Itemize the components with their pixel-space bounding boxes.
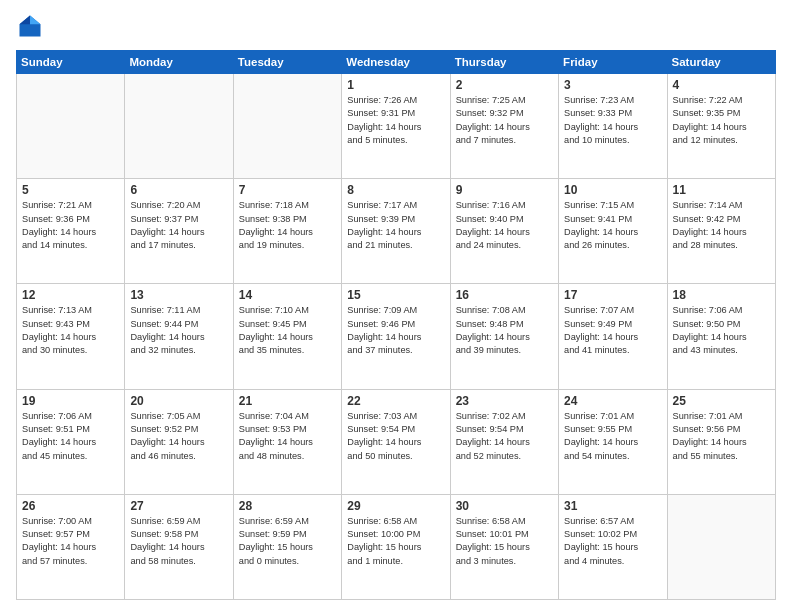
day-number: 3 (564, 78, 661, 92)
calendar-cell: 8Sunrise: 7:17 AM Sunset: 9:39 PM Daylig… (342, 179, 450, 284)
calendar-cell: 12Sunrise: 7:13 AM Sunset: 9:43 PM Dayli… (17, 284, 125, 389)
day-number: 18 (673, 288, 770, 302)
calendar-cell: 28Sunrise: 6:59 AM Sunset: 9:59 PM Dayli… (233, 494, 341, 599)
day-number: 15 (347, 288, 444, 302)
calendar: SundayMondayTuesdayWednesdayThursdayFrid… (16, 50, 776, 600)
calendar-cell (17, 74, 125, 179)
calendar-cell: 14Sunrise: 7:10 AM Sunset: 9:45 PM Dayli… (233, 284, 341, 389)
day-info: Sunrise: 6:59 AM Sunset: 9:59 PM Dayligh… (239, 515, 336, 568)
calendar-cell: 13Sunrise: 7:11 AM Sunset: 9:44 PM Dayli… (125, 284, 233, 389)
day-number: 9 (456, 183, 553, 197)
calendar-cell: 29Sunrise: 6:58 AM Sunset: 10:00 PM Dayl… (342, 494, 450, 599)
day-number: 30 (456, 499, 553, 513)
day-info: Sunrise: 7:11 AM Sunset: 9:44 PM Dayligh… (130, 304, 227, 357)
weekday-header-tuesday: Tuesday (233, 51, 341, 74)
calendar-cell (667, 494, 775, 599)
weekday-header-thursday: Thursday (450, 51, 558, 74)
day-number: 16 (456, 288, 553, 302)
calendar-cell: 31Sunrise: 6:57 AM Sunset: 10:02 PM Dayl… (559, 494, 667, 599)
day-number: 22 (347, 394, 444, 408)
day-info: Sunrise: 6:58 AM Sunset: 10:01 PM Daylig… (456, 515, 553, 568)
day-number: 4 (673, 78, 770, 92)
calendar-cell (125, 74, 233, 179)
day-info: Sunrise: 7:23 AM Sunset: 9:33 PM Dayligh… (564, 94, 661, 147)
weekday-header-friday: Friday (559, 51, 667, 74)
day-number: 24 (564, 394, 661, 408)
svg-marker-1 (30, 16, 41, 25)
day-number: 17 (564, 288, 661, 302)
day-number: 29 (347, 499, 444, 513)
day-info: Sunrise: 7:21 AM Sunset: 9:36 PM Dayligh… (22, 199, 119, 252)
day-number: 26 (22, 499, 119, 513)
day-info: Sunrise: 6:59 AM Sunset: 9:58 PM Dayligh… (130, 515, 227, 568)
day-info: Sunrise: 7:06 AM Sunset: 9:51 PM Dayligh… (22, 410, 119, 463)
calendar-week-4: 19Sunrise: 7:06 AM Sunset: 9:51 PM Dayli… (17, 389, 776, 494)
weekday-header-saturday: Saturday (667, 51, 775, 74)
day-info: Sunrise: 7:01 AM Sunset: 9:56 PM Dayligh… (673, 410, 770, 463)
day-info: Sunrise: 7:10 AM Sunset: 9:45 PM Dayligh… (239, 304, 336, 357)
calendar-body: 1Sunrise: 7:26 AM Sunset: 9:31 PM Daylig… (17, 74, 776, 600)
calendar-cell: 19Sunrise: 7:06 AM Sunset: 9:51 PM Dayli… (17, 389, 125, 494)
day-number: 7 (239, 183, 336, 197)
day-info: Sunrise: 7:16 AM Sunset: 9:40 PM Dayligh… (456, 199, 553, 252)
day-info: Sunrise: 7:07 AM Sunset: 9:49 PM Dayligh… (564, 304, 661, 357)
day-number: 14 (239, 288, 336, 302)
day-number: 28 (239, 499, 336, 513)
day-number: 10 (564, 183, 661, 197)
day-number: 25 (673, 394, 770, 408)
calendar-cell: 20Sunrise: 7:05 AM Sunset: 9:52 PM Dayli… (125, 389, 233, 494)
logo (16, 12, 48, 40)
day-info: Sunrise: 7:06 AM Sunset: 9:50 PM Dayligh… (673, 304, 770, 357)
day-info: Sunrise: 7:26 AM Sunset: 9:31 PM Dayligh… (347, 94, 444, 147)
day-number: 8 (347, 183, 444, 197)
day-number: 1 (347, 78, 444, 92)
day-info: Sunrise: 7:14 AM Sunset: 9:42 PM Dayligh… (673, 199, 770, 252)
page: SundayMondayTuesdayWednesdayThursdayFrid… (0, 0, 792, 612)
day-number: 11 (673, 183, 770, 197)
day-info: Sunrise: 7:09 AM Sunset: 9:46 PM Dayligh… (347, 304, 444, 357)
calendar-cell: 23Sunrise: 7:02 AM Sunset: 9:54 PM Dayli… (450, 389, 558, 494)
day-number: 13 (130, 288, 227, 302)
day-info: Sunrise: 7:04 AM Sunset: 9:53 PM Dayligh… (239, 410, 336, 463)
calendar-week-3: 12Sunrise: 7:13 AM Sunset: 9:43 PM Dayli… (17, 284, 776, 389)
calendar-cell: 17Sunrise: 7:07 AM Sunset: 9:49 PM Dayli… (559, 284, 667, 389)
day-info: Sunrise: 7:15 AM Sunset: 9:41 PM Dayligh… (564, 199, 661, 252)
calendar-cell: 3Sunrise: 7:23 AM Sunset: 9:33 PM Daylig… (559, 74, 667, 179)
day-info: Sunrise: 7:22 AM Sunset: 9:35 PM Dayligh… (673, 94, 770, 147)
calendar-week-2: 5Sunrise: 7:21 AM Sunset: 9:36 PM Daylig… (17, 179, 776, 284)
day-info: Sunrise: 6:57 AM Sunset: 10:02 PM Daylig… (564, 515, 661, 568)
calendar-cell: 4Sunrise: 7:22 AM Sunset: 9:35 PM Daylig… (667, 74, 775, 179)
weekday-header-sunday: Sunday (17, 51, 125, 74)
calendar-cell: 15Sunrise: 7:09 AM Sunset: 9:46 PM Dayli… (342, 284, 450, 389)
calendar-week-5: 26Sunrise: 7:00 AM Sunset: 9:57 PM Dayli… (17, 494, 776, 599)
calendar-cell: 26Sunrise: 7:00 AM Sunset: 9:57 PM Dayli… (17, 494, 125, 599)
day-number: 19 (22, 394, 119, 408)
day-number: 12 (22, 288, 119, 302)
day-info: Sunrise: 7:00 AM Sunset: 9:57 PM Dayligh… (22, 515, 119, 568)
calendar-cell: 5Sunrise: 7:21 AM Sunset: 9:36 PM Daylig… (17, 179, 125, 284)
day-number: 20 (130, 394, 227, 408)
day-info: Sunrise: 7:20 AM Sunset: 9:37 PM Dayligh… (130, 199, 227, 252)
calendar-cell: 7Sunrise: 7:18 AM Sunset: 9:38 PM Daylig… (233, 179, 341, 284)
day-info: Sunrise: 7:08 AM Sunset: 9:48 PM Dayligh… (456, 304, 553, 357)
day-number: 5 (22, 183, 119, 197)
day-info: Sunrise: 7:25 AM Sunset: 9:32 PM Dayligh… (456, 94, 553, 147)
weekday-header-wednesday: Wednesday (342, 51, 450, 74)
day-number: 21 (239, 394, 336, 408)
calendar-cell: 24Sunrise: 7:01 AM Sunset: 9:55 PM Dayli… (559, 389, 667, 494)
calendar-cell: 9Sunrise: 7:16 AM Sunset: 9:40 PM Daylig… (450, 179, 558, 284)
day-number: 27 (130, 499, 227, 513)
day-info: Sunrise: 7:01 AM Sunset: 9:55 PM Dayligh… (564, 410, 661, 463)
day-info: Sunrise: 7:05 AM Sunset: 9:52 PM Dayligh… (130, 410, 227, 463)
day-number: 23 (456, 394, 553, 408)
calendar-cell: 27Sunrise: 6:59 AM Sunset: 9:58 PM Dayli… (125, 494, 233, 599)
calendar-cell: 2Sunrise: 7:25 AM Sunset: 9:32 PM Daylig… (450, 74, 558, 179)
calendar-cell: 18Sunrise: 7:06 AM Sunset: 9:50 PM Dayli… (667, 284, 775, 389)
calendar-cell (233, 74, 341, 179)
calendar-header: SundayMondayTuesdayWednesdayThursdayFrid… (17, 51, 776, 74)
weekday-header-monday: Monday (125, 51, 233, 74)
header (16, 12, 776, 40)
day-info: Sunrise: 7:02 AM Sunset: 9:54 PM Dayligh… (456, 410, 553, 463)
day-number: 2 (456, 78, 553, 92)
day-info: Sunrise: 6:58 AM Sunset: 10:00 PM Daylig… (347, 515, 444, 568)
